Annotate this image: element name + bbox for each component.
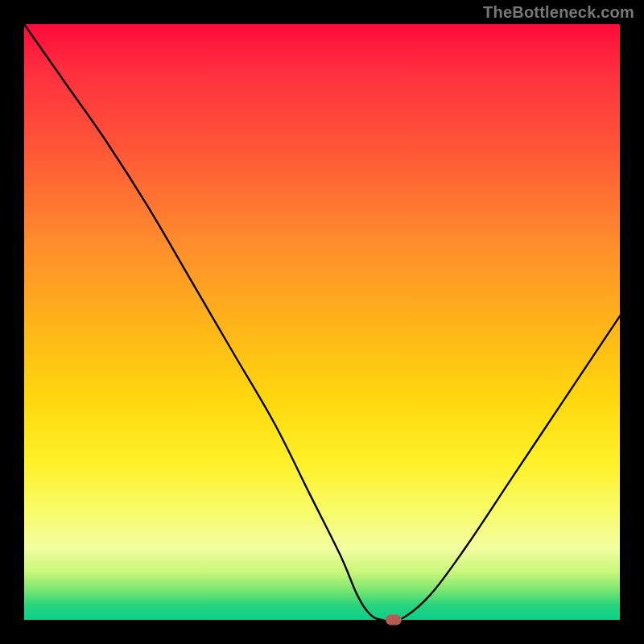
watermark-text: TheBottleneck.com [483, 3, 634, 22]
chart-frame: TheBottleneck.com [0, 0, 644, 644]
bottleneck-curve [24, 24, 620, 620]
optimal-point-marker [386, 615, 402, 625]
plot-area [24, 24, 620, 620]
